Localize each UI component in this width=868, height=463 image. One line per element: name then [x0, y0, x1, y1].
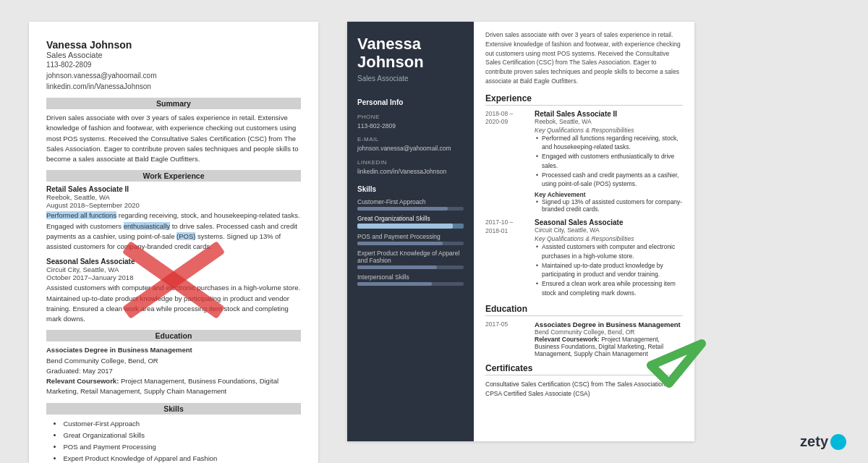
right-skill-bar-0: Customer-First Approach — [347, 196, 474, 213]
right-skill-bar-1: Great Organizational Skills — [347, 213, 474, 231]
left-job-0: Retail Sales Associate II Reebok, Seattl… — [46, 185, 301, 252]
right-skill-0-fill — [357, 207, 448, 211]
right-job-1-bullet-0: Assisted customers with computer and ele… — [535, 242, 683, 261]
right-edu-block: 2017-05 Associates Degree in Business Ma… — [485, 320, 683, 357]
left-edu-degree: Associates Degree in Business Management — [46, 345, 301, 355]
right-skill-bar-3: Expert Product Knowledge of Apparel and … — [347, 247, 474, 271]
right-skill-2-bg — [357, 242, 464, 245]
right-phone: 113-802-2809 — [347, 121, 474, 132]
right-skill-3-fill — [357, 266, 437, 269]
right-job-1-bullet-2: Ensured a clean work area while processi… — [535, 279, 683, 298]
right-cert-1: CPSA Certified Sales Associate (CSA) — [485, 389, 683, 399]
right-job-0-title: Retail Sales Associate II — [535, 110, 683, 118]
right-personal-info-label: Personal Info — [347, 91, 474, 109]
right-edu-degree: Associates Degree in Business Management — [535, 320, 683, 328]
right-job-1-resp-label: Key Qualifications & Responsibilities — [535, 235, 683, 242]
right-cert-header: Certificates — [485, 363, 683, 375]
left-skills-list: Customer-First Approach Great Organizati… — [46, 418, 301, 464]
right-main-content: Driven sales associate with over 3 years… — [474, 22, 694, 441]
left-job-0-dates: August 2018–September 2020 — [46, 201, 301, 209]
right-job-0-achiev-label: Key Achievement — [535, 191, 683, 198]
left-job-1-title: Seasonal Sales Associate — [46, 258, 301, 266]
right-job-0-achiev-0: Signed up 13% of assisted customers for … — [535, 198, 683, 213]
right-email: johnson.vanessa@yahoomail.com — [347, 143, 474, 155]
right-skill-4-fill — [357, 282, 432, 286]
right-cert-0: Consultative Sales Certification (CSC) f… — [485, 380, 683, 390]
right-skills-label: Skills — [347, 178, 474, 196]
right-skill-bar-4: Interpersonal Skills — [347, 271, 474, 288]
right-intro: Driven sales associate with over 3 years… — [485, 30, 683, 86]
right-skill-4-bg — [357, 282, 464, 286]
right-edu-school: Bend Community College, Bend, OR — [535, 328, 683, 336]
left-linkedin: linkedin.com/in/VanessaJohnson — [46, 81, 301, 92]
right-skill-bar-2: POS and Payment Processing — [347, 231, 474, 247]
left-job-0-company: Reebok, Seattle, WA — [46, 193, 301, 201]
right-job-1-company: Circuit City, Seattle, WA — [535, 226, 683, 234]
right-skill-4-label: Interpersonal Skills — [357, 273, 464, 281]
left-edu-courses: Relevant Coursework: Project Management,… — [46, 376, 301, 397]
left-skill-2: POS and Payment Processing — [54, 441, 301, 453]
right-sidebar: Vanessa Johnson Sales Associate Personal… — [347, 22, 474, 441]
right-job-0: 2018-08 –2020-09 Retail Sales Associate … — [485, 110, 683, 213]
left-title: Sales Associate — [46, 51, 301, 59]
right-linkedin: linkedin.com/in/VanessaJohnson — [347, 166, 474, 178]
left-summary-text: Driven sales associate with over 3 years… — [46, 113, 301, 164]
right-sidebar-header: Vanessa Johnson Sales Associate — [347, 22, 474, 91]
left-job-1-desc: Assisted customers with computer and ele… — [46, 283, 301, 324]
left-name: Vanessa Johnson — [46, 39, 301, 51]
zety-logo: zety — [800, 433, 846, 450]
right-skill-1-label: Great Organizational Skills — [357, 215, 464, 222]
right-job-0-bullet-2: Processed cash and credit payments as a … — [535, 171, 683, 190]
right-skill-0-label: Customer-First Approach — [357, 198, 464, 205]
right-job-1-details: Seasonal Sales Associate Circuit City, S… — [535, 218, 683, 298]
right-job-0-company: Reebok, Seattle, WA — [535, 118, 683, 125]
left-summary-header: Summary — [46, 98, 301, 109]
right-job-1-title: Seasonal Sales Associate — [535, 218, 683, 226]
right-skill-3-label: Expert Product Knowledge of Apparel and … — [357, 250, 464, 264]
left-skill-0: Customer-First Approach — [54, 418, 301, 430]
right-job-0-bullet-0: Performed all functions regarding receiv… — [535, 134, 683, 153]
right-edu-header: Education — [485, 304, 683, 316]
left-edu-header: Education — [46, 330, 301, 341]
left-skill-1: Great Organizational Skills — [54, 430, 301, 441]
left-work-header: Work Experience — [46, 170, 301, 182]
left-email: johnson.vanessa@yahoomail.com — [46, 70, 301, 81]
right-skill-1-bg — [357, 224, 464, 229]
right-edu-details: Associates Degree in Business Management… — [535, 320, 683, 357]
right-skill-3-bg — [357, 266, 464, 269]
right-job-1: 2017-10 –2018-01 Seasonal Sales Associat… — [485, 218, 683, 298]
left-contact: 113-802-2809 johnson.vanessa@yahoomail.c… — [46, 59, 301, 92]
right-edu-courses: Relevant Coursework: Project Management,… — [535, 336, 683, 357]
left-job-0-desc: Performed all functions regarding receiv… — [46, 211, 301, 252]
right-title: Sales Associate — [357, 75, 464, 82]
right-edu-dates: 2017-05 — [485, 320, 530, 329]
left-job-1-dates: October 2017–January 2018 — [46, 273, 301, 281]
right-job-1-bullet-1: Maintained up-to-date product knowledge … — [535, 261, 683, 280]
right-first-name: Vanessa Johnson — [357, 35, 464, 72]
right-skill-1-fill — [357, 224, 453, 229]
left-skill-3: Expert Product Knowledge of Apparel and … — [54, 453, 301, 463]
main-container: Vanessa Johnson Sales Associate 113-802-… — [0, 0, 868, 463]
right-job-0-resp-label: Key Qualifications & Responsibilities — [535, 127, 683, 134]
left-job-1-company: Circuit City, Seattle, WA — [46, 266, 301, 273]
right-job-1-dates: 2017-10 –2018-01 — [485, 218, 530, 236]
zety-dot-icon — [830, 434, 846, 450]
right-job-0-details: Retail Sales Associate II Reebok, Seattl… — [535, 110, 683, 213]
right-email-label: E-mail — [347, 132, 474, 143]
right-linkedin-label: LinkedIn — [347, 155, 474, 166]
right-phone-label: Phone — [347, 109, 474, 121]
left-edu-school: Bend Community College, Bend, OR — [46, 356, 301, 366]
right-exp-header: Experience — [485, 93, 683, 106]
left-skills-header: Skills — [46, 403, 301, 415]
right-skill-2-label: POS and Payment Processing — [357, 233, 464, 240]
left-job-0-title: Retail Sales Associate II — [46, 185, 301, 193]
left-phone: 113-802-2809 — [46, 59, 301, 70]
left-edu-grad: Graduated: May 2017 — [46, 366, 301, 376]
right-job-0-dates: 2018-08 –2020-09 — [485, 110, 530, 127]
zety-text: zety — [800, 433, 828, 450]
right-job-0-bullet-1: Engaged with customers enthusiastically … — [535, 152, 683, 171]
right-skill-0-bg — [357, 207, 464, 211]
left-job-1: Seasonal Sales Associate Circuit City, S… — [46, 258, 301, 324]
left-edu: Associates Degree in Business Management… — [46, 345, 301, 396]
resume-right: Vanessa Johnson Sales Associate Personal… — [347, 22, 694, 441]
